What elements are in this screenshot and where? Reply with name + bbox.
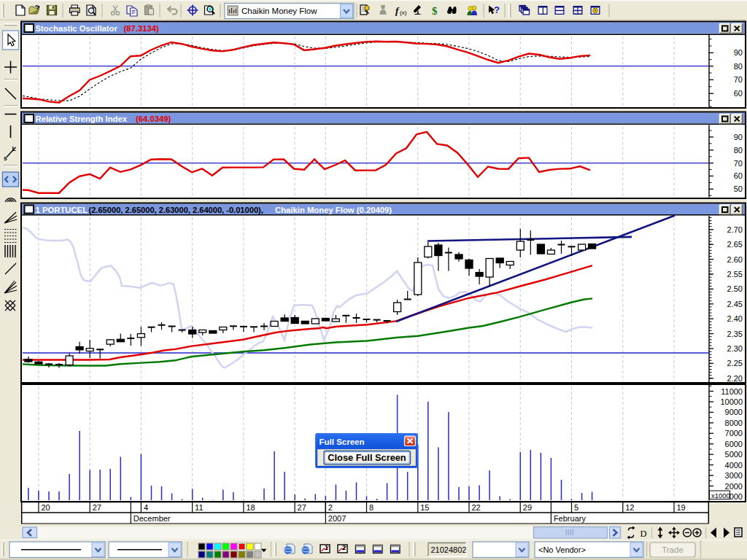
svg-text:21024802: 21024802 <box>431 545 467 554</box>
svg-text:Chaikin Money Flow (0.20409): Chaikin Money Flow (0.20409) <box>275 206 392 214</box>
svg-text:4000: 4000 <box>725 461 743 470</box>
svg-text:2: 2 <box>328 503 333 512</box>
svg-text:11000: 11000 <box>721 387 743 396</box>
svg-text:3000: 3000 <box>725 471 743 480</box>
svg-text:Full Screen: Full Screen <box>320 438 365 446</box>
svg-text:2.55: 2.55 <box>727 270 743 279</box>
svg-text:Chaikin Money Flow: Chaikin Money Flow <box>241 7 317 15</box>
svg-text:2.45: 2.45 <box>727 300 743 308</box>
svg-text:2.25: 2.25 <box>727 359 743 368</box>
svg-text:90: 90 <box>734 48 743 57</box>
svg-text:(64.0349): (64.0349) <box>136 114 171 123</box>
svg-text:2.35: 2.35 <box>727 330 743 338</box>
svg-text:L: L <box>12 145 16 152</box>
svg-text:x1000: x1000 <box>711 491 730 499</box>
svg-text:2.60: 2.60 <box>727 255 743 264</box>
svg-text:70: 70 <box>734 159 743 168</box>
svg-text:(x): (x) <box>400 9 407 16</box>
svg-text:50: 50 <box>734 184 743 193</box>
svg-text:19: 19 <box>677 503 686 512</box>
svg-text:s: s <box>4 155 7 162</box>
svg-text:2.30: 2.30 <box>727 344 743 353</box>
svg-text:15: 15 <box>420 503 429 512</box>
svg-text:2007: 2007 <box>328 514 346 523</box>
svg-text:$: $ <box>432 5 438 17</box>
svg-text:2.70: 2.70 <box>727 225 743 234</box>
svg-text:27: 27 <box>298 503 306 512</box>
svg-text:D: D <box>640 529 647 539</box>
svg-text:12: 12 <box>625 503 634 512</box>
svg-text:60: 60 <box>734 89 743 98</box>
svg-text:(2.65000, 2.65000, 2.63000, 2.: (2.65000, 2.65000, 2.63000, 2.64000, -0.… <box>89 206 263 214</box>
svg-text:9000: 9000 <box>725 408 743 416</box>
svg-text:December: December <box>133 514 171 523</box>
svg-text:(87.3134): (87.3134) <box>124 24 160 33</box>
svg-text:2: 2 <box>342 544 346 551</box>
svg-text:2.20: 2.20 <box>727 374 743 383</box>
svg-text:5: 5 <box>574 503 578 512</box>
svg-text:18: 18 <box>246 503 255 512</box>
svg-text:2.65: 2.65 <box>727 240 743 249</box>
svg-text:70: 70 <box>734 75 743 84</box>
svg-text:5000: 5000 <box>725 450 743 459</box>
svg-text:Relative Strength Index: Relative Strength Index <box>36 114 128 123</box>
svg-text:90: 90 <box>734 133 743 141</box>
svg-text:80: 80 <box>734 62 743 71</box>
svg-text:8: 8 <box>369 503 374 512</box>
svg-text:60: 60 <box>734 171 743 180</box>
svg-text:11: 11 <box>195 503 203 512</box>
svg-text:2.40: 2.40 <box>727 314 743 323</box>
svg-text:1: 1 <box>325 544 328 551</box>
svg-text:Stochastic Oscillator: Stochastic Oscillator <box>36 24 118 33</box>
svg-text:10000: 10000 <box>720 397 743 406</box>
svg-text:29: 29 <box>523 503 532 512</box>
svg-text:80: 80 <box>734 146 743 155</box>
svg-text:Close Full Screen: Close Full Screen <box>328 452 406 463</box>
svg-text:4: 4 <box>144 503 148 512</box>
svg-text:?: ? <box>494 4 500 15</box>
svg-text:6000: 6000 <box>725 440 743 448</box>
svg-text:<No Vendor>: <No Vendor> <box>538 545 586 554</box>
svg-text:1 PORTUCEL: 1 PORTUCEL <box>36 206 88 214</box>
svg-text:2.50: 2.50 <box>727 284 743 293</box>
svg-text:27: 27 <box>93 503 101 512</box>
svg-text:22: 22 <box>472 503 481 512</box>
svg-text:8000: 8000 <box>725 419 743 427</box>
svg-text:7000: 7000 <box>725 429 743 438</box>
svg-text:20: 20 <box>41 503 50 512</box>
svg-text:2000: 2000 <box>725 482 743 491</box>
svg-text:February: February <box>554 514 587 523</box>
svg-text:Trade: Trade <box>662 545 684 554</box>
